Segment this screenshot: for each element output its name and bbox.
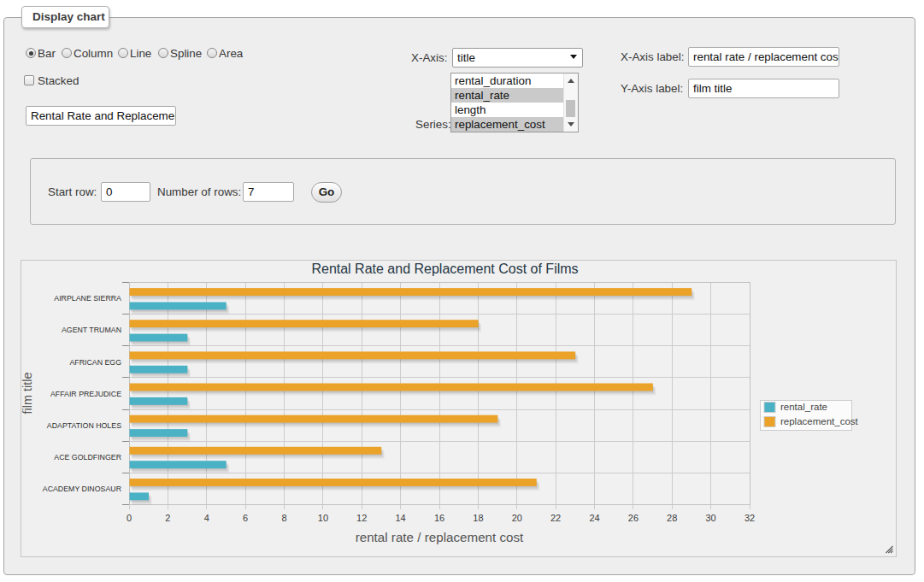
svg-text:AGENT TRUMAN: AGENT TRUMAN (61, 326, 121, 334)
svg-text:replacement_cost: replacement_cost (780, 416, 859, 426)
svg-text:rental rate / replacement cost: rental rate / replacement cost (355, 530, 523, 544)
svg-text:AFFAIR PREJUDICE: AFFAIR PREJUDICE (50, 390, 121, 398)
svg-text:4: 4 (203, 513, 209, 523)
svg-text:28: 28 (667, 513, 677, 523)
svg-text:20: 20 (511, 513, 521, 523)
svg-text:AIRPLANE SIERRA: AIRPLANE SIERRA (54, 294, 121, 303)
svg-text:ACADEMY DINOSAUR: ACADEMY DINOSAUR (42, 485, 121, 493)
svg-text:24: 24 (589, 513, 599, 523)
svg-text:18: 18 (473, 513, 483, 523)
svg-text:rental_rate: rental_rate (780, 402, 827, 412)
svg-text:26: 26 (627, 513, 638, 523)
svg-text:16: 16 (433, 513, 444, 523)
svg-text:32: 32 (744, 513, 754, 523)
svg-text:ACE GOLDFINGER: ACE GOLDFINGER (54, 453, 121, 461)
svg-text:0: 0 (126, 513, 131, 523)
svg-text:12: 12 (356, 513, 367, 523)
svg-text:6: 6 (243, 513, 248, 523)
svg-text:Rental Rate and Replacement Co: Rental Rate and Replacement Cost of Film… (311, 262, 578, 276)
svg-text:2: 2 (165, 513, 170, 523)
svg-text:ADAPTATION HOLES: ADAPTATION HOLES (46, 421, 121, 430)
svg-text:film title: film title (21, 372, 34, 414)
svg-text:30: 30 (705, 513, 715, 523)
svg-text:22: 22 (550, 513, 560, 523)
svg-text:10: 10 (317, 513, 327, 523)
svg-text:8: 8 (281, 513, 286, 523)
svg-text:14: 14 (395, 513, 405, 523)
svg-text:AFRICAN EGG: AFRICAN EGG (69, 358, 121, 367)
